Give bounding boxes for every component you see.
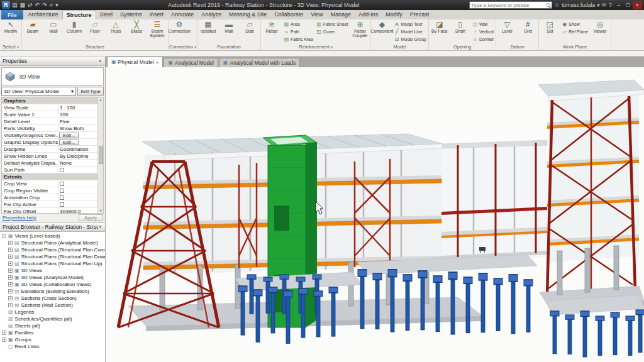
panel-label[interactable]: Connection▾ — [169, 43, 196, 50]
browser-item[interactable]: ▢ Revit Links — [0, 343, 105, 350]
expander-icon[interactable]: + — [8, 282, 13, 287]
browser-item[interactable]: + ▤ Structural Plans (Structural Plan Do… — [0, 253, 105, 260]
browser-item[interactable]: + ▣ 3D Views (Collaboration Views) — [0, 281, 105, 288]
ribbon-tool[interactable]: ◉Show — [560, 20, 589, 28]
panel-label[interactable]: Datum — [497, 43, 538, 50]
ribbon-tool[interactable]: ▱Slab — [240, 20, 260, 43]
panel-label[interactable]: Select▾ — [1, 43, 21, 50]
ribbon-tab[interactable]: View — [307, 10, 326, 19]
ribbon-tool[interactable]: ▬Wall — [219, 20, 239, 43]
ribbon-tool[interactable]: ▨Area — [282, 20, 314, 28]
maximize-button[interactable]: □ — [623, 1, 633, 9]
ribbon-tool[interactable]: ╳Brace — [126, 20, 147, 43]
property-row[interactable]: Extents — [2, 173, 97, 180]
ribbon-tool[interactable]: ◆Component — [372, 20, 392, 43]
ribbon-tab[interactable]: Analyze — [197, 10, 225, 19]
scroll-thumb[interactable] — [99, 146, 103, 164]
ribbon-tool[interactable]: #Grid — [518, 20, 538, 43]
view-tab[interactable]: ▣ Analytical Model with Loads — [219, 58, 300, 67]
file-tab[interactable]: File — [1, 10, 23, 19]
apply-button[interactable]: Apply — [79, 214, 103, 221]
expander-icon[interactable]: + — [8, 275, 13, 280]
search-icon[interactable] — [547, 3, 550, 7]
undo-icon[interactable]: ↶ — [35, 3, 40, 8]
revit-logo[interactable]: R — [2, 1, 10, 9]
browser-item[interactable]: + ▤ Sections (Cross Section) — [0, 295, 105, 302]
expander-icon[interactable]: + — [8, 289, 13, 293]
panel-label[interactable]: Model — [372, 43, 427, 50]
expander-icon[interactable]: + — [8, 268, 13, 273]
property-row[interactable]: Crop Region Visible — [2, 187, 97, 194]
property-row[interactable]: Scale Value 1: 100 100 — [2, 111, 97, 118]
edit-type-button[interactable]: Edit Type — [77, 87, 104, 96]
view-tab[interactable]: ▣ Physical Model × — [107, 57, 163, 67]
browser-item[interactable]: + ▣ Families — [0, 329, 105, 336]
panel-label[interactable]: Work Plane — [540, 43, 610, 50]
expander-icon[interactable]: + — [8, 261, 13, 266]
ribbon-tool[interactable]: ⚙Connection — [169, 20, 189, 43]
close-button[interactable]: × — [633, 1, 642, 9]
ribbon-tool[interactable]: ▤Fabric Area — [282, 35, 314, 43]
expander-icon[interactable]: + — [2, 331, 6, 335]
property-row[interactable]: Discipline Coordination Coordination — [2, 146, 97, 153]
close-tab-icon[interactable]: × — [156, 60, 159, 65]
ribbon-tool[interactable]: ◫Wall — [471, 20, 495, 28]
checkbox[interactable] — [60, 168, 64, 172]
browser-item[interactable]: + ▣ 3D Views (Analytical Model) — [0, 274, 105, 281]
expander-icon[interactable]: + — [8, 255, 13, 259]
sync-icon[interactable]: ⇄ — [28, 3, 33, 8]
ribbon-tool[interactable]: ▮Column — [64, 20, 84, 43]
ribbon-tool[interactable]: ▥Fabric Sheet — [315, 20, 350, 28]
browser-item[interactable]: + ▤ Structural Plans (Structural Plan Co… — [0, 246, 105, 253]
close-icon[interactable]: × — [98, 58, 103, 64]
properties-help-link[interactable]: Properties help — [3, 215, 36, 221]
view-type-dropdown[interactable]: 3D View: Physical Model ▾ — [1, 87, 76, 96]
property-row[interactable]: Far Clip Offset 304800.0 304800.0 — [2, 208, 97, 214]
browser-item[interactable]: ▧ Legends — [0, 309, 105, 315]
edit-button[interactable]: Edit... — [59, 133, 79, 138]
expander-icon[interactable]: + — [8, 241, 13, 245]
view-tab[interactable]: ▣ Analytical Model — [164, 58, 218, 67]
ribbon-tool[interactable]: ╱Model Line — [392, 28, 427, 35]
redo-icon[interactable]: ↷ — [42, 3, 47, 8]
ribbon-tool[interactable]: ▱Ref Plane — [560, 28, 589, 35]
3d-viewport[interactable] — [106, 67, 644, 362]
ribbon-tool[interactable]: ☰Beam System — [147, 20, 167, 43]
ribbon-tab[interactable]: Architecture — [25, 10, 62, 19]
search-input[interactable] — [471, 3, 545, 8]
ribbon-tool[interactable]: ▱Floor — [85, 20, 105, 43]
ribbon-tool[interactable]: ⊕Rebar Coupler — [350, 20, 370, 43]
ribbon-tab[interactable]: Systems — [116, 10, 146, 19]
ribbon-tool[interactable]: ⊡Model Group — [392, 35, 427, 43]
expander-icon[interactable]: − — [2, 234, 6, 238]
property-row[interactable]: Visibility/Graphics Over... Edit... Edit… — [2, 132, 97, 139]
browser-item[interactable]: ▥ Schedules/Quantities (all) — [0, 315, 105, 322]
browser-item[interactable]: + ▤ Elevations (Building Elevation) — [0, 288, 105, 295]
expander-icon[interactable]: + — [8, 248, 13, 252]
property-row[interactable]: Show Hidden Lines By Discipline By Disci… — [2, 153, 97, 160]
checkbox[interactable] — [60, 202, 64, 207]
type-selector[interactable]: 3D View — [1, 67, 104, 86]
ribbon-tab[interactable]: Massing & Site — [225, 10, 270, 19]
edit-button[interactable]: Edit... — [59, 140, 79, 145]
qat-customize-icon[interactable]: ▾ — [55, 3, 58, 8]
ribbon-tool[interactable]: ◲Set — [540, 20, 560, 43]
browser-item[interactable]: ▤ Sheets (all) — [0, 322, 105, 329]
browser-item[interactable]: − ▦ Views (Level based) — [0, 233, 105, 239]
property-row[interactable]: Graphic Display Options Edit... Edit... — [2, 139, 97, 146]
browser-item[interactable]: + ▣ Groups — [0, 336, 105, 343]
ribbon-tab[interactable]: Annotate — [167, 10, 197, 19]
project-browser-header[interactable]: Project Browser - Railway Station - Stru… — [0, 222, 105, 232]
ribbon-tool[interactable]: ◎Viewer — [590, 20, 610, 43]
expander-icon[interactable]: + — [2, 337, 6, 342]
ribbon-tool[interactable]: ⌂Dormer — [471, 35, 495, 43]
open-icon[interactable]: ▤ — [12, 3, 18, 8]
ribbon-tool[interactable]: ≋Rebar — [262, 20, 282, 43]
ribbon-tab[interactable]: Steel — [96, 10, 117, 19]
help-icon[interactable]: ? — [609, 2, 612, 8]
ribbon-tool[interactable]: ▦Isolated — [198, 20, 218, 43]
checkbox[interactable] — [60, 195, 64, 200]
panel-label[interactable]: Structure — [23, 43, 167, 50]
print-icon[interactable]: ≡ — [50, 3, 53, 8]
ribbon-tab[interactable]: Add-Ins — [355, 10, 382, 19]
